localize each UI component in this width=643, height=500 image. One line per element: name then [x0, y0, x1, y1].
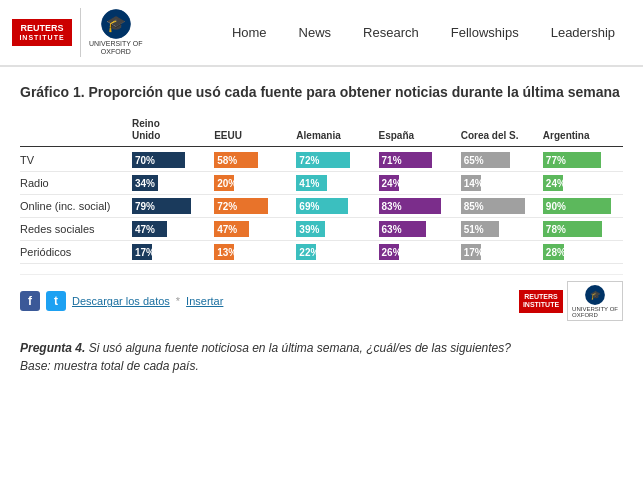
bar: 90%: [543, 198, 611, 214]
bar-cell: 20%: [212, 175, 294, 191]
bar-value: 78%: [546, 224, 566, 235]
bar: 77%: [543, 152, 601, 168]
bar-cell: 17%: [459, 244, 541, 260]
bar: 85%: [461, 198, 525, 214]
bar-cell: 24%: [541, 175, 623, 191]
oxford-crest-icon: 🎓: [100, 8, 132, 40]
bar: 28%: [543, 244, 564, 260]
bar: 58%: [214, 152, 258, 168]
bar-value: 28%: [546, 247, 566, 258]
logo-area: REUTERS INSTITUTE 🎓 UNIVERSITY OF OXFORD: [12, 8, 143, 57]
bar-value: 51%: [464, 224, 484, 235]
row-label: Online (inc. social): [20, 200, 130, 212]
chart-footer: f t Descargar los datos * Insertar REUTE…: [20, 274, 623, 327]
bar-value: 14%: [464, 178, 484, 189]
twitter-icon[interactable]: t: [46, 291, 66, 311]
chart-header-row: ReinoUnido EEUU Alemania España Corea de…: [20, 118, 623, 142]
bar-value: 58%: [217, 155, 237, 166]
bar-cell: 77%: [541, 152, 623, 168]
nav-news[interactable]: News: [283, 17, 348, 48]
footer-reuters-logo: REUTERS INSTITUTE: [519, 290, 563, 313]
bar-value: 72%: [217, 201, 237, 212]
nav-leadership[interactable]: Leadership: [535, 17, 631, 48]
bar-value: 26%: [382, 247, 402, 258]
chart-header-divider: [20, 146, 623, 147]
bar: 17%: [461, 244, 481, 260]
bar-value: 20%: [217, 178, 237, 189]
bar-value: 34%: [135, 178, 155, 189]
footer-oxford-crest-icon: 🎓: [584, 284, 606, 306]
bar-cell: 41%: [294, 175, 376, 191]
bar-value: 47%: [217, 224, 237, 235]
bar: 65%: [461, 152, 510, 168]
svg-text:🎓: 🎓: [590, 290, 601, 302]
bar-cell: 47%: [130, 221, 212, 237]
nav-home[interactable]: Home: [216, 17, 283, 48]
bar-cell: 13%: [212, 244, 294, 260]
bar: 79%: [132, 198, 191, 214]
bar: 34%: [132, 175, 158, 191]
bar-cell: 58%: [212, 152, 294, 168]
bar-cell: 69%: [294, 198, 376, 214]
bar: 70%: [132, 152, 185, 168]
bar: 72%: [296, 152, 350, 168]
bar-value: 71%: [382, 155, 402, 166]
svg-text:🎓: 🎓: [106, 14, 126, 33]
table-row: Radio34%20%41%24%14%24%: [20, 172, 623, 195]
footer-logos: REUTERS INSTITUTE 🎓 UNIVERSITY OFOXFORD: [519, 281, 623, 321]
bar-value: 24%: [382, 178, 402, 189]
bar-cell: 65%: [459, 152, 541, 168]
bar-value: 70%: [135, 155, 155, 166]
bar-value: 22%: [299, 247, 319, 258]
bar-cell: 26%: [377, 244, 459, 260]
bar-value: 47%: [135, 224, 155, 235]
nav-fellowships[interactable]: Fellowships: [435, 17, 535, 48]
bar-value: 39%: [299, 224, 319, 235]
bar-cell: 14%: [459, 175, 541, 191]
download-data-link[interactable]: Descargar los datos: [72, 295, 170, 307]
col-eeuu: EEUU: [212, 130, 294, 142]
facebook-icon[interactable]: f: [20, 291, 40, 311]
bar-cell: 17%: [130, 244, 212, 260]
table-row: Periódicos17%13%22%26%17%28%: [20, 241, 623, 264]
bar-cell: 24%: [377, 175, 459, 191]
table-row: Online (inc. social)79%72%69%83%85%90%: [20, 195, 623, 218]
chart-title: Gráfico 1. Proporción que usó cada fuent…: [20, 83, 623, 103]
bar: 63%: [379, 221, 426, 237]
bar-value: 63%: [382, 224, 402, 235]
bar: 13%: [214, 244, 234, 260]
col-corea: Corea del S.: [459, 130, 541, 142]
col-espana: España: [377, 130, 459, 142]
insert-link[interactable]: Insertar: [186, 295, 223, 307]
col-argentina: Argentina: [541, 130, 623, 142]
bar: 69%: [296, 198, 348, 214]
bar-value: 65%: [464, 155, 484, 166]
bar-cell: 28%: [541, 244, 623, 260]
bar: 20%: [214, 175, 234, 191]
bar: 41%: [296, 175, 327, 191]
bar-value: 83%: [382, 201, 402, 212]
bar-cell: 22%: [294, 244, 376, 260]
main-content: Gráfico 1. Proporción que usó cada fuent…: [0, 67, 643, 392]
main-nav: Home News Research Fellowships Leadershi…: [216, 17, 631, 48]
chart-container: ReinoUnido EEUU Alemania España Corea de…: [20, 118, 623, 264]
footer-oxford-logo: 🎓 UNIVERSITY OFOXFORD: [567, 281, 623, 321]
bar-cell: 39%: [294, 221, 376, 237]
bar-cell: 83%: [377, 198, 459, 214]
bar-value: 69%: [299, 201, 319, 212]
nav-research[interactable]: Research: [347, 17, 435, 48]
bar-value: 90%: [546, 201, 566, 212]
bar-value: 17%: [135, 247, 155, 258]
bar: 26%: [379, 244, 399, 260]
bar-value: 79%: [135, 201, 155, 212]
bar-cell: 72%: [212, 198, 294, 214]
page-header: REUTERS INSTITUTE 🎓 UNIVERSITY OF OXFORD…: [0, 0, 643, 67]
table-row: TV70%58%72%71%65%77%: [20, 149, 623, 172]
bar-cell: 63%: [377, 221, 459, 237]
bar-cell: 72%: [294, 152, 376, 168]
bar: 51%: [461, 221, 499, 237]
bar: 47%: [132, 221, 167, 237]
bar: 71%: [379, 152, 432, 168]
bar: 24%: [379, 175, 399, 191]
bar-value: 17%: [464, 247, 484, 258]
